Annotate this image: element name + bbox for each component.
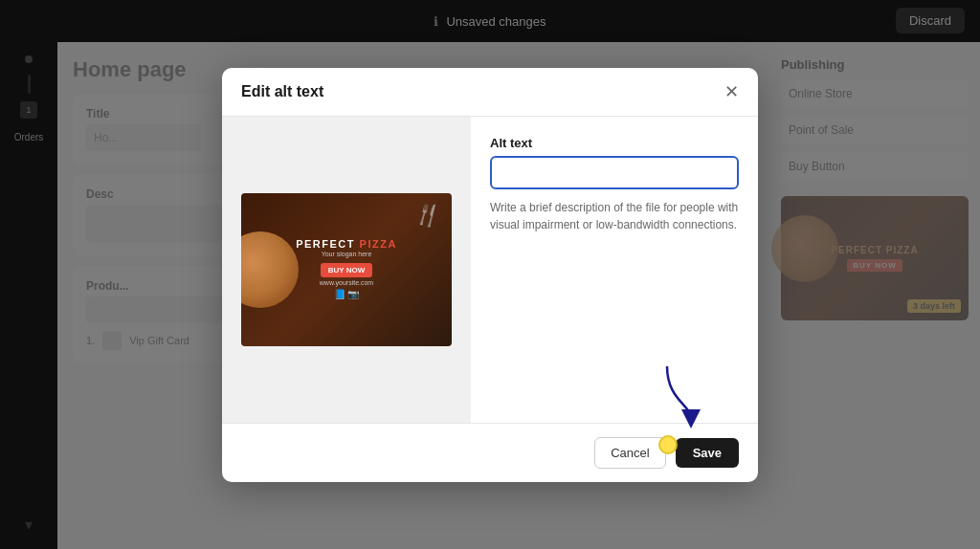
modal-close-button[interactable]: ✕ (724, 83, 739, 100)
modal-overlay: Edit alt text ✕ PERFECT PIZZA Your sloga… (0, 0, 980, 549)
edit-alt-text-modal: Edit alt text ✕ PERFECT PIZZA Your sloga… (222, 68, 758, 482)
alt-text-input[interactable] (490, 156, 739, 189)
cursor-indicator (658, 435, 678, 454)
modal-header: Edit alt text ✕ (222, 68, 758, 117)
modal-title: Edit alt text (241, 83, 323, 100)
pizza-image: PERFECT PIZZA Your slogan here BUY NOW w… (241, 193, 452, 346)
buy-now-overlay-btn: BUY NOW (321, 263, 373, 277)
pizza-brand-text: PERFECT PIZZA (296, 239, 397, 250)
alt-text-hint: Write a brief description of the file fo… (490, 199, 739, 233)
modal-form-panel: Alt text Write a brief description of th… (471, 117, 758, 423)
alt-text-label: Alt text (490, 136, 739, 150)
save-button[interactable]: Save (676, 438, 739, 468)
modal-image-panel: PERFECT PIZZA Your slogan here BUY NOW w… (222, 117, 471, 423)
modal-footer: Cancel Save (222, 423, 758, 482)
cancel-button[interactable]: Cancel (594, 437, 665, 469)
arrow-indicator (657, 362, 705, 428)
